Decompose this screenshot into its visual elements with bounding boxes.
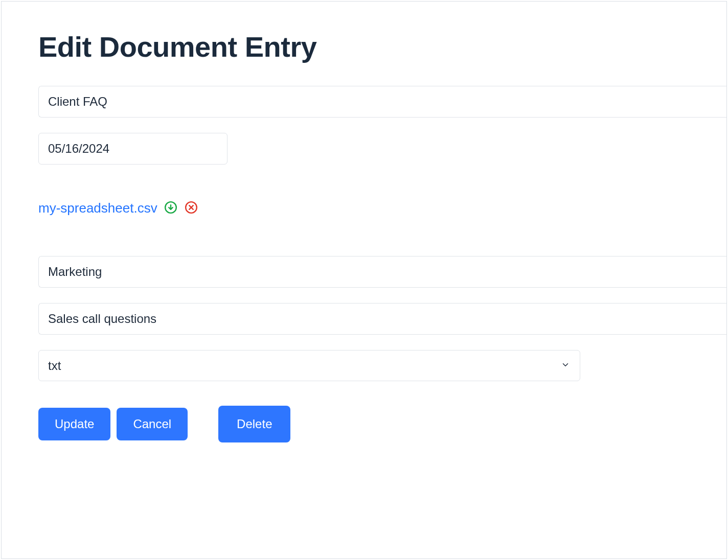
remove-circle-icon [185,201,198,216]
date-field-row [38,133,726,165]
page-title: Edit Document Entry [38,30,726,63]
form-container: Edit Document Entry my-spreadsheet.csv [1,1,727,559]
delete-button[interactable]: Delete [218,406,290,442]
category-field-row [38,256,726,288]
attachment-link[interactable]: my-spreadsheet.csv [38,200,157,216]
date-input[interactable] [38,133,228,165]
description-field-row [38,303,726,335]
format-select[interactable]: txt [38,350,580,381]
title-field-row [38,86,726,118]
remove-attachment-button[interactable] [184,201,198,216]
category-input[interactable] [38,256,726,288]
attachment-row: my-spreadsheet.csv [38,200,726,216]
download-attachment-button[interactable] [164,201,178,216]
description-input[interactable] [38,303,726,335]
button-row: Update Cancel Delete [38,406,726,442]
title-input[interactable] [38,86,726,118]
cancel-button[interactable]: Cancel [117,408,188,440]
update-button[interactable]: Update [38,408,110,440]
download-circle-icon [164,201,177,216]
format-field-row: txt [38,350,580,381]
